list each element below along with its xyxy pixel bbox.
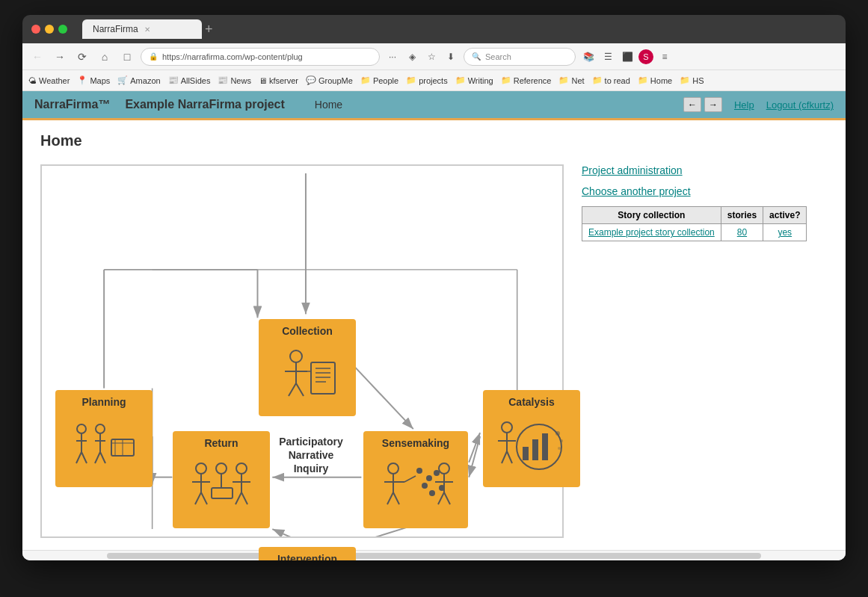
sticky-intervention[interactable]: Intervention bbox=[259, 547, 356, 560]
bookmark-writing[interactable]: 📁Writing bbox=[455, 75, 493, 85]
intervention-label: Intervention bbox=[277, 553, 337, 560]
bookmark-reference[interactable]: 📁Reference bbox=[501, 75, 552, 85]
main-area: ParticipatoryNarrativeInquiry Planning bbox=[40, 164, 828, 538]
page-title: Home bbox=[40, 132, 828, 149]
svg-point-53 bbox=[439, 463, 449, 474]
profile-icon[interactable]: S bbox=[638, 49, 653, 64]
bookmark-projects[interactable]: 📁projects bbox=[406, 75, 448, 85]
catalysis-icon bbox=[498, 411, 565, 481]
url-text: https://narrafirma.com/wp-content/plug bbox=[162, 52, 303, 61]
toolbar-right-icons: 📚 ☰ ⬛ S ≡ bbox=[580, 49, 673, 65]
search-bar[interactable]: 🔍 Search bbox=[464, 48, 576, 66]
sticky-return[interactable]: Return bbox=[173, 431, 270, 528]
maximize-button[interactable] bbox=[58, 25, 67, 34]
sticky-planning[interactable]: Planning bbox=[55, 390, 153, 487]
pocket-icon[interactable]: ◈ bbox=[404, 49, 420, 65]
svg-line-57 bbox=[444, 492, 450, 504]
new-tab-button[interactable]: + bbox=[205, 22, 213, 37]
bookmark-weather[interactable]: 🌤Weather bbox=[28, 76, 70, 85]
sensemaking-icon bbox=[378, 452, 453, 522]
col-stories: stories bbox=[721, 207, 763, 224]
toolbar: ← → ⟳ ⌂ □ 🔒 https://narrafirma.com/wp-co… bbox=[22, 43, 846, 70]
app-project: Example NarraFirma project bbox=[125, 98, 284, 111]
svg-line-9 bbox=[469, 436, 480, 477]
story-table: Story collection stories active? Example… bbox=[582, 206, 807, 241]
minimize-button[interactable] bbox=[45, 25, 54, 34]
project-admin-link[interactable]: Project administration bbox=[582, 164, 828, 176]
svg-line-66 bbox=[507, 451, 512, 463]
svg-line-11 bbox=[272, 529, 306, 536]
bookmark-people[interactable]: 📁People bbox=[360, 75, 398, 85]
bookmark-toread[interactable]: 📁to read bbox=[592, 75, 630, 85]
tab-close-icon[interactable]: ✕ bbox=[144, 25, 150, 34]
back-button[interactable]: ← bbox=[28, 48, 46, 66]
logout-link[interactable]: Logout (cfkurtz) bbox=[766, 99, 834, 111]
search-placeholder: Search bbox=[485, 52, 511, 61]
sticky-catalysis[interactable]: Catalysis bbox=[483, 390, 580, 487]
svg-line-44 bbox=[387, 492, 393, 504]
svg-line-24 bbox=[100, 452, 105, 463]
reload-button[interactable]: ⟳ bbox=[73, 48, 91, 66]
stories-link[interactable]: 80 bbox=[737, 227, 747, 238]
more-button[interactable]: ··· bbox=[384, 49, 401, 65]
bookmark-maps[interactable]: 📍Maps bbox=[77, 75, 110, 85]
choose-project-link[interactable]: Choose another project bbox=[582, 185, 828, 197]
bookmark-home[interactable]: 📁Home bbox=[638, 75, 672, 85]
svg-point-48 bbox=[426, 475, 432, 481]
bookmark-news[interactable]: 📰News bbox=[218, 75, 251, 85]
collection-link[interactable]: Example project story collection bbox=[588, 227, 715, 238]
nav-home[interactable]: Home bbox=[315, 99, 342, 111]
collection-icon bbox=[274, 340, 341, 410]
svg-point-81 bbox=[216, 463, 227, 474]
svg-point-17 bbox=[77, 424, 86, 433]
address-bar[interactable]: 🔒 https://narrafirma.com/wp-content/plug bbox=[141, 48, 380, 66]
svg-line-23 bbox=[95, 452, 100, 463]
svg-line-19 bbox=[81, 452, 87, 463]
forward-button[interactable]: → bbox=[51, 48, 69, 66]
svg-line-10 bbox=[469, 433, 480, 463]
menu-icon[interactable]: ≡ bbox=[656, 49, 673, 65]
active-link[interactable]: yes bbox=[778, 227, 792, 238]
prev-arrow[interactable]: ← bbox=[683, 97, 701, 112]
svg-line-79 bbox=[236, 492, 241, 504]
sticky-collection[interactable]: Collection bbox=[259, 319, 356, 416]
table-row: Example project story collection 80 yes bbox=[582, 224, 807, 241]
bookmark-groupme[interactable]: 💬GroupMe bbox=[306, 75, 353, 85]
svg-rect-75 bbox=[212, 488, 233, 498]
bookmark-allsides[interactable]: 📰AllSides bbox=[168, 75, 211, 85]
bookmark-hs[interactable]: 📁HS bbox=[680, 75, 704, 85]
bookmark-net[interactable]: 📁Net bbox=[558, 75, 584, 85]
toolbar-icons: ··· ◈ ☆ ⬇ bbox=[384, 49, 459, 65]
help-link[interactable]: Help bbox=[734, 99, 754, 111]
next-arrow[interactable]: → bbox=[704, 97, 722, 112]
active-tab[interactable]: NarraFirma ✕ bbox=[82, 19, 202, 39]
close-button[interactable] bbox=[31, 25, 40, 34]
planning-icon bbox=[70, 411, 138, 481]
bookmark-kfserver[interactable]: 🖥kfserver bbox=[259, 76, 298, 85]
browser-window: NarraFirma ✕ + ← → ⟳ ⌂ □ 🔒 https://narra… bbox=[22, 15, 846, 560]
svg-point-62 bbox=[502, 422, 512, 433]
svg-point-69 bbox=[558, 447, 561, 450]
share-button[interactable]: □ bbox=[118, 48, 136, 66]
library-icon[interactable]: 📚 bbox=[580, 49, 597, 65]
bookmark-icon[interactable]: ☆ bbox=[423, 49, 440, 65]
download-icon[interactable]: ⬇ bbox=[443, 49, 459, 65]
reading-list-icon[interactable]: ☰ bbox=[600, 49, 616, 65]
svg-point-30 bbox=[290, 350, 302, 362]
bookmark-amazon[interactable]: 🛒Amazon bbox=[117, 75, 160, 85]
center-label: ParticipatoryNarrativeInquiry bbox=[255, 435, 367, 476]
sticky-sensemaking[interactable]: Sensemaking bbox=[363, 431, 468, 528]
svg-point-41 bbox=[388, 463, 398, 474]
app-logo: NarraFirma™ bbox=[34, 98, 110, 111]
svg-point-70 bbox=[196, 463, 206, 474]
svg-rect-35 bbox=[311, 362, 335, 394]
tab-title: NarraFirma bbox=[93, 24, 138, 34]
scroll-thumb[interactable] bbox=[107, 553, 760, 559]
svg-line-33 bbox=[289, 383, 296, 396]
home-button[interactable]: ⌂ bbox=[96, 48, 114, 66]
return-icon bbox=[188, 452, 255, 522]
svg-point-68 bbox=[560, 439, 563, 442]
sync-icon[interactable]: ⬛ bbox=[619, 49, 635, 65]
nav-arrows: ← → bbox=[683, 97, 722, 112]
return-label: Return bbox=[204, 437, 238, 449]
